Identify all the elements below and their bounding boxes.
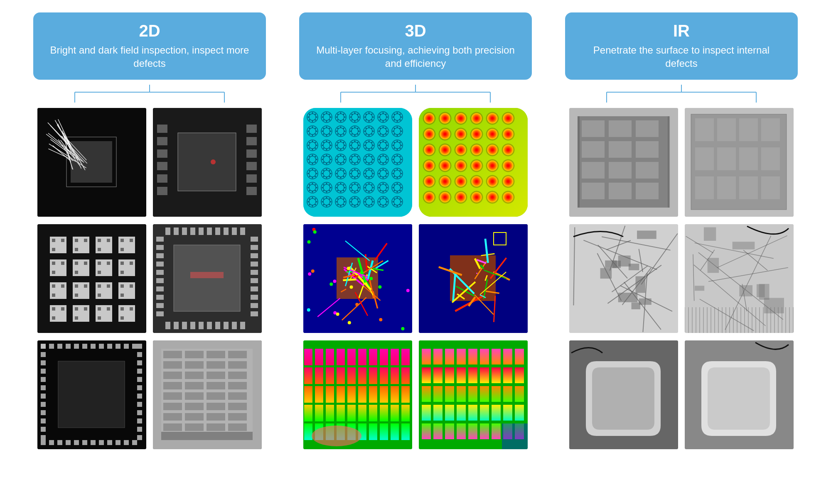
ir-row1 [565,108,798,217]
2d-image-2a [37,224,146,333]
2d-image-2b [153,224,262,333]
2d-row3 [33,340,266,449]
2d-row2 [33,224,266,333]
header-title-ir: IR [582,22,781,40]
header-card-2d: 2D Bright and dark field inspection, ins… [33,12,266,80]
column-2d [33,108,266,449]
header-subtitle-ir: Penetrate the surface to inspect interna… [582,44,781,71]
ir-image-2b [685,224,794,333]
3d-image-1a [303,108,412,217]
3d-image-1b [419,108,528,217]
bracket-3d [299,84,532,105]
ir-image-3a [569,340,678,449]
ir-image-1a [569,108,678,217]
column-3d [299,108,532,449]
bracket-row [17,84,814,105]
header-title-2d: 2D [50,22,249,40]
header-card-3d: 3D Multi-layer focusing, achieving both … [299,12,532,80]
2d-image-1a [37,108,146,217]
column-ir [565,108,798,449]
header-row: 2D Bright and dark field inspection, ins… [17,12,814,80]
header-card-ir: IR Penetrate the surface to inspect inte… [565,12,798,80]
3d-row2 [299,224,532,333]
3d-row3 [299,340,532,449]
main-container: 2D Bright and dark field inspection, ins… [0,0,831,504]
3d-row1 [299,108,532,217]
3d-image-3a [303,340,412,449]
2d-image-1b [153,108,262,217]
3d-image-2b [419,224,528,333]
header-title-3d: 3D [316,22,515,40]
images-section [17,108,814,449]
ir-image-3b [685,340,794,449]
2d-image-3a [37,340,146,449]
header-subtitle-3d: Multi-layer focusing, achieving both pre… [316,44,515,71]
ir-row2 [565,224,798,333]
ir-image-2a [569,224,678,333]
2d-image-3b [153,340,262,449]
header-subtitle-2d: Bright and dark field inspection, inspec… [50,44,249,71]
ir-row3 [565,340,798,449]
3d-image-3b [419,340,528,449]
ir-image-1b [685,108,794,217]
3d-image-2a [303,224,412,333]
bracket-2d [33,84,266,105]
2d-row1 [33,108,266,217]
bracket-ir [565,84,798,105]
